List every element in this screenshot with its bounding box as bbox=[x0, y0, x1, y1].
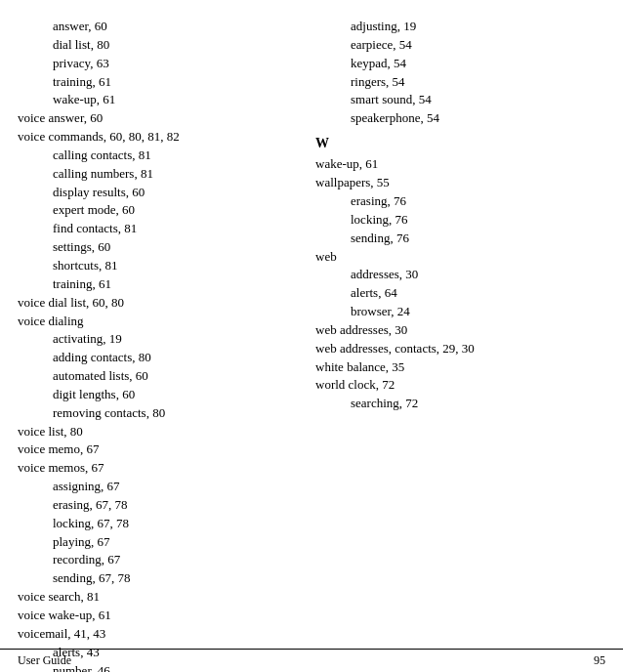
page-footer: User Guide 95 bbox=[0, 649, 623, 672]
main-entry: voice list, 80 bbox=[18, 423, 315, 441]
sub-entry: shortcuts, 81 bbox=[18, 257, 315, 275]
sub-entry: expert mode, 60 bbox=[18, 201, 315, 220]
sub-entry: erasing, 76 bbox=[315, 192, 613, 211]
sub-entry: calling numbers, 81 bbox=[18, 165, 315, 184]
main-entry: web bbox=[315, 248, 613, 267]
sub-entry: dial list, 80 bbox=[18, 36, 315, 55]
sub-entry: activating, 19 bbox=[18, 330, 315, 349]
sub-entry: digit lengths, 60 bbox=[18, 386, 315, 404]
footer-left-label: User Guide bbox=[18, 653, 71, 668]
sub-entry: earpiece, 54 bbox=[315, 36, 613, 55]
sub-entry: adjusting, 19 bbox=[315, 18, 613, 36]
sub-entry: locking, 67, 78 bbox=[18, 515, 315, 533]
sub-entry: keypad, 54 bbox=[315, 55, 613, 73]
left-column: answer, 60dial list, 80privacy, 63traini… bbox=[18, 18, 315, 672]
sub-entry: recording, 67 bbox=[18, 551, 315, 569]
sub-entry: training, 61 bbox=[18, 275, 315, 294]
sub-entry: erasing, 67, 78 bbox=[18, 496, 315, 515]
sub-entry: settings, 60 bbox=[18, 238, 315, 257]
sub-entry: locking, 76 bbox=[315, 211, 613, 230]
main-entry: voice search, 81 bbox=[18, 588, 315, 607]
section-letter: W bbox=[315, 134, 613, 153]
sub-entry: wake-up, 61 bbox=[18, 91, 315, 109]
main-entry: voice commands, 60, 80, 81, 82 bbox=[18, 128, 315, 147]
sub-entry: searching, 72 bbox=[315, 395, 613, 413]
sub-entry: smart sound, 54 bbox=[315, 91, 613, 109]
sub-entry: ringers, 54 bbox=[315, 73, 613, 92]
main-entry: voice dialing bbox=[18, 313, 315, 331]
sub-entry: adding contacts, 80 bbox=[18, 349, 315, 367]
main-entry: voice memo, 67 bbox=[18, 441, 315, 459]
sub-entry: playing, 67 bbox=[18, 533, 315, 552]
right-column: adjusting, 19earpiece, 54keypad, 54ringe… bbox=[315, 18, 613, 672]
sub-entry: training, 61 bbox=[18, 73, 315, 92]
main-entry: web addresses, 30 bbox=[315, 321, 613, 340]
sub-entry: browser, 24 bbox=[315, 303, 613, 321]
sub-entry: assigning, 67 bbox=[18, 478, 315, 496]
main-entry: voice wake-up, 61 bbox=[18, 607, 315, 625]
sub-entry: calling contacts, 81 bbox=[18, 147, 315, 165]
sub-entry: privacy, 63 bbox=[18, 55, 315, 73]
sub-entry: sending, 76 bbox=[315, 230, 613, 248]
main-entry: voicemail, 41, 43 bbox=[18, 625, 315, 644]
sub-entry: alerts, 64 bbox=[315, 284, 613, 303]
sub-entry: display results, 60 bbox=[18, 184, 315, 202]
main-entry: wallpapers, 55 bbox=[315, 174, 613, 192]
footer-right-label: 95 bbox=[594, 653, 605, 668]
sub-entry: automated lists, 60 bbox=[18, 367, 315, 386]
sub-entry: answer, 60 bbox=[18, 18, 315, 36]
sub-entry: speakerphone, 54 bbox=[315, 109, 613, 128]
main-entry: voice answer, 60 bbox=[18, 109, 315, 128]
sub-entry: addresses, 30 bbox=[315, 266, 613, 284]
main-entry: wake-up, 61 bbox=[315, 155, 613, 174]
main-entry: world clock, 72 bbox=[315, 376, 613, 395]
sub-entry: sending, 67, 78 bbox=[18, 569, 315, 588]
main-entry: voice memos, 67 bbox=[18, 459, 315, 478]
main-entry: web addresses, contacts, 29, 30 bbox=[315, 340, 613, 358]
sub-entry: removing contacts, 80 bbox=[18, 404, 315, 423]
main-entry: voice dial list, 60, 80 bbox=[18, 294, 315, 313]
sub-entry: find contacts, 81 bbox=[18, 220, 315, 238]
main-entry: white balance, 35 bbox=[315, 358, 613, 377]
